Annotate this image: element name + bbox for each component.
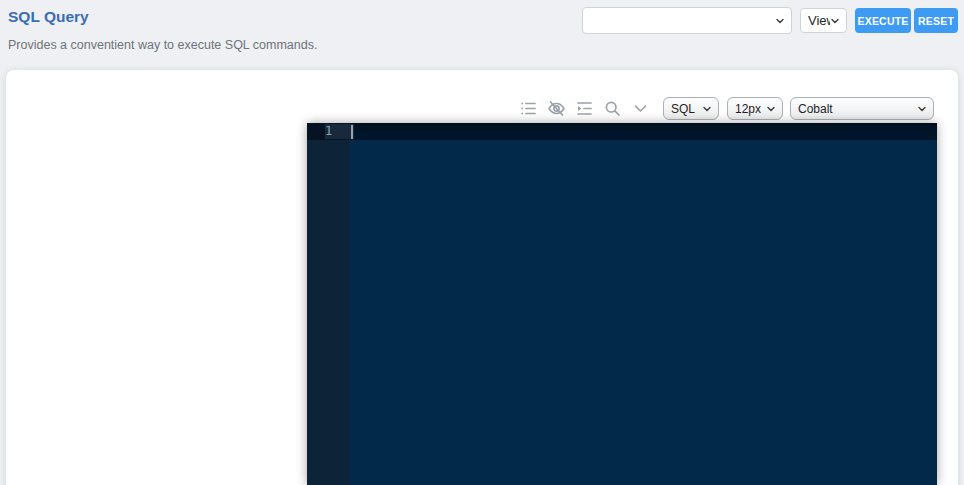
font-size-select-wrap: 12px [727,97,783,120]
editor-toolbar [519,99,650,118]
page-subtitle: Provides a conventient way to execute SQ… [8,38,317,52]
editor-active-line [307,123,937,140]
view-select[interactable]: View [800,8,847,33]
eye-off-icon[interactable] [547,99,566,118]
sql-code-editor[interactable]: 1 [307,123,937,485]
theme-select[interactable]: Cobalt [790,97,934,120]
execute-button[interactable]: EXECUTE [855,8,911,33]
indent-icon[interactable] [575,99,594,118]
chevron-down-icon[interactable] [631,99,650,118]
list-icon[interactable] [519,99,538,118]
reset-button[interactable]: RESET [914,8,958,33]
language-select-wrap: SQL [663,97,719,120]
saved-query-select[interactable] [582,7,792,34]
saved-query-select-wrap [582,7,792,34]
language-select[interactable]: SQL [663,97,719,120]
search-icon[interactable] [603,99,622,118]
font-size-select[interactable]: 12px [727,97,783,120]
view-select-wrap: View [800,8,847,33]
page-title: SQL Query [8,8,89,26]
text-cursor [351,125,353,139]
line-number: 1 [307,124,350,139]
page: SQL Query Provides a conventient way to … [0,0,964,485]
editor-gutter [307,123,350,485]
theme-select-wrap: Cobalt [790,97,934,120]
